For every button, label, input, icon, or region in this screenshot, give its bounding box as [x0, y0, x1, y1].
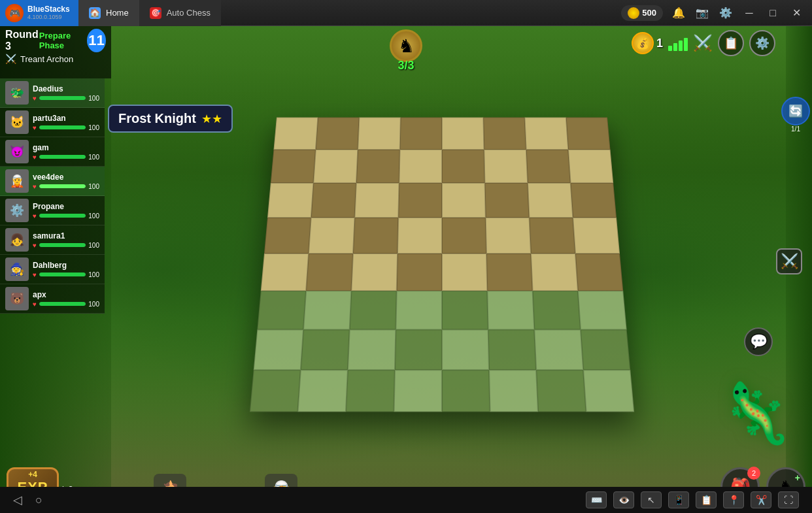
chess-cell[interactable] [583, 370, 634, 412]
location-btn[interactable]: 📍 [723, 491, 744, 508]
chess-cell[interactable] [533, 291, 581, 329]
chess-cell[interactable] [486, 218, 531, 254]
scissors-btn[interactable]: ✂️ [751, 491, 771, 508]
chess-cell[interactable] [254, 329, 303, 370]
right-side-btn[interactable]: 🔄 [781, 97, 810, 125]
chess-cell[interactable] [350, 291, 397, 329]
archon-name: Treant Archon [20, 54, 73, 64]
chess-cell[interactable] [309, 218, 355, 254]
device-btn[interactable]: 📱 [668, 491, 689, 508]
chess-cell[interactable] [396, 291, 442, 329]
home-tab[interactable]: 🏠 Home [78, 0, 139, 26]
chess-cell[interactable] [442, 117, 484, 149]
fullscreen-btn[interactable]: ⛶ [778, 491, 799, 508]
chess-cell[interactable] [486, 254, 533, 291]
player-item[interactable]: 🐻 apx ♥ 100 [0, 284, 105, 314]
chess-cell[interactable] [400, 117, 442, 149]
chess-cell[interactable] [529, 218, 575, 254]
chess-cell[interactable] [271, 149, 316, 182]
maximize-btn[interactable]: □ [765, 5, 781, 21]
chat-bubble-btn[interactable]: 💬 [744, 327, 773, 356]
app-logo: 🎮 BlueStacks 4.100.0.1059 [0, 0, 78, 26]
chess-cell[interactable] [442, 254, 487, 291]
chess-cell[interactable] [355, 183, 399, 218]
chess-cell[interactable] [528, 183, 573, 218]
chess-cell[interactable] [581, 329, 630, 370]
player-item[interactable]: ⚙️ Propane ♥ 100 [0, 196, 105, 225]
chess-cell[interactable] [526, 149, 571, 182]
chess-cell[interactable] [306, 254, 353, 291]
hp-bar-bg [39, 184, 86, 188]
close-btn[interactable]: ✕ [788, 5, 804, 21]
round-bar: Round 3 Prepare Phase 11 ⚔️ Treant Archo… [0, 26, 111, 78]
chess-cell[interactable] [566, 117, 611, 149]
book-btn[interactable]: 📋 [718, 30, 744, 56]
chess-cell[interactable] [483, 117, 526, 149]
chess-cell[interactable] [571, 183, 617, 218]
settings-btn[interactable]: ⚙️ [718, 5, 734, 21]
cursor-btn[interactable]: ↖ [641, 491, 662, 508]
chess-cell[interactable] [399, 149, 442, 182]
chess-cell[interactable] [356, 149, 400, 182]
chess-cell[interactable] [575, 254, 623, 291]
chess-cell[interactable] [348, 329, 396, 370]
gear-btn[interactable]: ⚙️ [749, 30, 775, 56]
player-item[interactable]: 🧝 vee4dee ♥ 100 [0, 167, 105, 196]
chess-cell[interactable] [568, 149, 613, 182]
chess-cell[interactable] [303, 291, 351, 329]
chess-cell[interactable] [261, 254, 309, 291]
player-item[interactable]: 🧙 Dahlberg ♥ 100 [0, 255, 105, 284]
chess-cell[interactable] [264, 218, 311, 254]
chess-cell[interactable] [313, 149, 358, 182]
eye-btn[interactable]: 👁️ [613, 491, 634, 508]
chess-cell[interactable] [316, 117, 360, 149]
chess-cell[interactable] [525, 117, 569, 149]
chess-cell[interactable] [273, 117, 318, 149]
player-item[interactable]: 👧 samura1 ♥ 100 [0, 225, 105, 255]
player-item[interactable]: 🐱 partu3an ♥ 100 [0, 108, 105, 137]
player-item[interactable]: 😈 gam ♥ 100 [0, 137, 105, 167]
chess-cell[interactable] [353, 218, 398, 254]
home-sys-btn[interactable]: ○ [35, 493, 42, 507]
keyboard-btn[interactable]: ⌨️ [586, 491, 607, 508]
chess-cell[interactable] [573, 218, 620, 254]
chess-cell[interactable] [442, 329, 489, 370]
right-sword-btn[interactable]: ⚔️ [776, 248, 802, 274]
chess-cell[interactable] [442, 370, 490, 412]
game-tab[interactable]: 🎯 Auto Chess [139, 0, 221, 26]
chess-cell[interactable] [578, 291, 627, 329]
chess-cell[interactable] [297, 370, 347, 412]
copy-btn[interactable]: 📋 [696, 491, 717, 508]
chess-cell[interactable] [250, 370, 301, 412]
chess-cell[interactable] [442, 218, 486, 254]
camera-btn[interactable]: 📷 [694, 5, 710, 21]
chess-cell[interactable] [536, 370, 586, 412]
minimize-btn[interactable]: ─ [741, 5, 757, 21]
chess-cell[interactable] [534, 329, 583, 370]
chess-cell[interactable] [485, 183, 530, 218]
player-item[interactable]: 🐲 Daedius ♥ 100 [0, 78, 105, 108]
notification-btn[interactable]: 🔔 [671, 5, 686, 21]
chess-cell[interactable] [257, 291, 306, 329]
chess-cell[interactable] [267, 183, 313, 218]
chess-cell[interactable] [487, 291, 534, 329]
chess-cell[interactable] [358, 117, 400, 149]
chess-cell[interactable] [301, 329, 350, 370]
hp-bar-fill [39, 214, 86, 218]
chess-cell[interactable] [398, 183, 442, 218]
chess-cell[interactable] [442, 291, 488, 329]
chess-cell[interactable] [395, 329, 442, 370]
chess-cell[interactable] [346, 370, 395, 412]
chess-cell[interactable] [397, 254, 442, 291]
back-btn[interactable]: ◁ [13, 493, 22, 507]
chess-cell[interactable] [442, 149, 485, 182]
chess-cell[interactable] [442, 183, 486, 218]
chess-cell[interactable] [488, 329, 536, 370]
chess-cell[interactable] [398, 218, 442, 254]
chess-cell[interactable] [489, 370, 538, 412]
chess-cell[interactable] [351, 254, 398, 291]
chess-cell[interactable] [531, 254, 578, 291]
chess-cell[interactable] [484, 149, 528, 182]
chess-cell[interactable] [394, 370, 442, 412]
chess-cell[interactable] [311, 183, 356, 218]
